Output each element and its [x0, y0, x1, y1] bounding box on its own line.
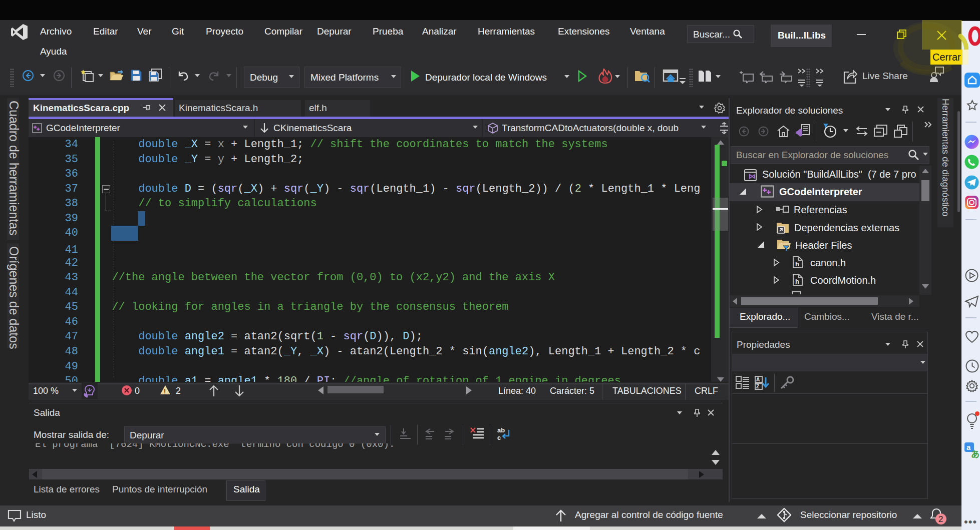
svg-text:ab: ab	[497, 426, 505, 434]
svg-text:c: c	[497, 434, 501, 441]
svg-text:A: A	[756, 377, 760, 382]
svg-text:Z: Z	[756, 384, 759, 389]
svg-text:h: h	[795, 278, 799, 285]
svg-text:h: h	[795, 260, 799, 268]
